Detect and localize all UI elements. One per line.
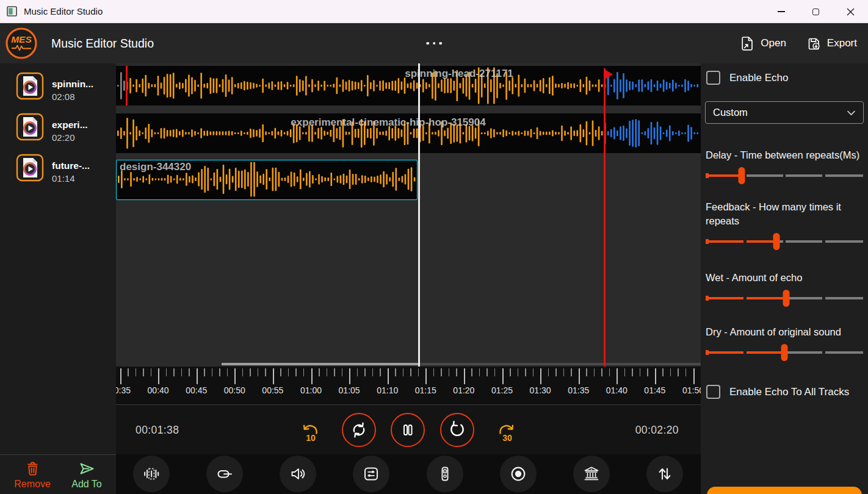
ruler-tick <box>311 368 313 384</box>
enable-echo-checkbox[interactable] <box>706 71 720 85</box>
ruler-label: 01:15 <box>415 385 436 395</box>
echo-preset-dropdown[interactable]: Custom <box>705 101 864 124</box>
speaker-box-button[interactable] <box>427 456 463 492</box>
ruler-label: 01:05 <box>339 385 360 395</box>
slider-thumb[interactable] <box>773 233 780 250</box>
dry-label: Dry - Amount of original sound <box>706 325 863 339</box>
slider-thumb[interactable] <box>783 290 789 307</box>
edit-cursor-line[interactable] <box>418 63 420 367</box>
dry-slider[interactable] <box>706 344 863 361</box>
ruler-tick <box>357 368 358 376</box>
close-button[interactable] <box>833 0 868 23</box>
track-list-item-1[interactable]: spinnin... 02:08 <box>0 72 116 109</box>
skip-forward-30-button[interactable]: 30 <box>496 418 519 443</box>
track-item-name: experi... <box>52 120 88 131</box>
seek-elapsed <box>222 363 419 365</box>
remove-button[interactable]: Remove <box>14 460 51 494</box>
trim-icon <box>143 465 160 482</box>
maximize-button[interactable] <box>798 0 833 23</box>
trim-button[interactable] <box>133 456 170 492</box>
tools-toolbar <box>116 454 701 494</box>
ruler-tick <box>349 368 350 384</box>
ruler-tick <box>189 368 190 376</box>
ruler-tick <box>579 368 580 384</box>
equalizer-button[interactable] <box>353 456 389 492</box>
ruler-tick <box>670 368 671 376</box>
slider-thumb[interactable] <box>739 167 745 184</box>
track-item-duration: 01:14 <box>52 173 90 184</box>
record-button[interactable] <box>500 456 537 492</box>
ruler-label: 00:50 <box>224 385 245 395</box>
track-item-duration: 02:20 <box>52 132 88 143</box>
playback-marker-flag-icon[interactable] <box>605 70 613 79</box>
echo-preset-value: Custom <box>713 107 748 118</box>
ruler-tick <box>234 368 236 384</box>
feedback-label: Feedback - How many times it repeats <box>706 200 863 228</box>
sort-arrows-button[interactable] <box>646 456 683 492</box>
skip-back-10-button[interactable]: 10 <box>299 418 322 443</box>
wet-slider[interactable] <box>706 290 863 307</box>
ruler-tick <box>212 368 213 376</box>
ruler-tick <box>120 368 121 384</box>
enable-echo-all-label: Enable Echo To All Tracks <box>729 386 849 398</box>
bank-button[interactable] <box>573 456 610 492</box>
ruler-tick <box>586 368 587 376</box>
ruler-tick <box>433 368 435 376</box>
pause-icon <box>399 421 417 439</box>
clip-label: spinning-head-271171 <box>405 68 513 80</box>
ruler-tick <box>388 368 389 384</box>
link-button[interactable] <box>206 456 243 492</box>
ruler-tick <box>219 368 220 376</box>
time-ruler[interactable]: 00:3500:4000:4500:5000:5501:0001:0501:10… <box>116 367 701 404</box>
open-button[interactable]: Open <box>739 35 786 51</box>
ruler-label: 01:20 <box>453 385 474 395</box>
timeline-clip-2[interactable]: experimental-cinematic-hip-hop-315904 <box>116 113 701 153</box>
chevron-down-icon <box>847 110 856 116</box>
transport-bar: 00:01:38 10 <box>116 404 701 454</box>
more-options-icon[interactable] <box>426 23 442 63</box>
timeline-clip-1[interactable]: spinning-head-271171 <box>116 66 701 106</box>
track-item-duration: 02:08 <box>52 91 93 102</box>
ruler-tick <box>594 368 595 376</box>
track-list-item-3[interactable]: future-... 01:14 <box>0 154 116 190</box>
ruler-tick <box>617 368 618 384</box>
tracks-canvas[interactable]: spinning-head-271171 experimental-cinema… <box>116 63 701 367</box>
ruler-tick <box>571 368 572 376</box>
minimize-button[interactable] <box>764 0 798 23</box>
ruler-tick <box>525 368 526 376</box>
feedback-slider[interactable] <box>706 233 863 250</box>
ruler-tick <box>510 368 511 376</box>
slider-thumb[interactable] <box>781 344 788 361</box>
trim-marker[interactable] <box>126 66 128 106</box>
pause-button[interactable] <box>391 413 425 447</box>
ruler-tick <box>342 368 343 376</box>
ruler-tick <box>227 368 228 376</box>
ruler-tick <box>364 368 366 376</box>
minimize-icon <box>778 11 785 12</box>
ruler-tick <box>548 368 549 376</box>
delay-slider[interactable] <box>706 167 863 184</box>
ruler-tick <box>533 368 534 376</box>
ruler-tick <box>166 368 167 376</box>
ruler-tick <box>151 368 152 376</box>
loop-button[interactable] <box>342 413 376 447</box>
timeline-clip-3-selected[interactable]: design-344320 <box>116 160 418 200</box>
enable-echo-all-checkbox[interactable] <box>706 385 720 399</box>
playback-marker-line[interactable] <box>604 68 606 367</box>
feedback-slider-group: Feedback - How many times it repeats <box>706 200 863 250</box>
ruler-tick <box>632 368 633 376</box>
ruler-tick <box>242 368 244 376</box>
volume-button[interactable] <box>280 456 316 492</box>
ruler-tick <box>479 368 480 376</box>
ruler-tick <box>555 368 557 376</box>
restart-button[interactable] <box>440 413 474 447</box>
export-button[interactable]: Export <box>806 35 857 51</box>
apply-effect-button[interactable] <box>707 487 862 494</box>
clip-label: experimental-cinematic-hip-hop-315904 <box>291 116 485 129</box>
ruler-tick <box>410 368 411 376</box>
slider-start-cap <box>706 296 709 301</box>
add-to-button[interactable]: Add To <box>71 460 102 494</box>
track-list-item-2[interactable]: experi... 02:20 <box>0 113 116 149</box>
wet-label: Wet - Amount of echo <box>706 271 863 285</box>
svg-text:MES: MES <box>11 34 32 45</box>
